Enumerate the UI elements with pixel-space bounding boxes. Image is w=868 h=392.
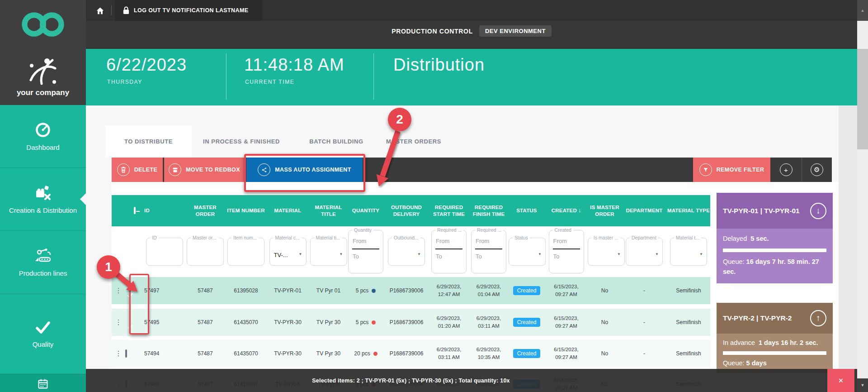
filter-to[interactable]: To — [353, 253, 359, 260]
puzzle-icon — [34, 185, 52, 201]
status-badge: Created — [513, 286, 541, 295]
sidebar-item-dashboard[interactable]: Dashboard — [0, 105, 86, 167]
dashboard-icon — [35, 122, 51, 138]
input-underline — [475, 249, 502, 249]
tab-batch-building[interactable]: BATCH BUILDING — [291, 125, 382, 158]
session-tab-label: LOG OUT TV NOTIFICATION LASTNAME — [134, 7, 249, 14]
filter-material[interactable]: Material c...TV-...▼ — [269, 238, 307, 266]
filter-to[interactable]: To — [436, 253, 442, 260]
column-header-id[interactable]: ID — [144, 207, 185, 214]
cell-material-type: Semifinish — [667, 350, 710, 357]
delete-button-label: DELETE — [134, 167, 158, 173]
tab-label: TO DISTRIBUTE — [124, 138, 173, 145]
filter-from[interactable]: From — [353, 238, 366, 244]
orders-table: ID MASTER ORDER ITEM NUMBER MATERIAL MAT… — [112, 195, 710, 392]
table-row[interactable]: ⋮ 57497 57487 61395028 TV-PYR-01 TV Pyr … — [112, 277, 710, 304]
tab-to-distribute[interactable]: TO DISTRIBUTE — [105, 125, 192, 158]
filter-label: Is master ... — [592, 235, 620, 240]
chevron-down-icon: ▼ — [340, 252, 343, 256]
filter-to[interactable]: To — [553, 253, 560, 260]
filter-material-title[interactable]: Material ti...▼ — [310, 238, 347, 266]
filter-label: Outbound... — [392, 235, 420, 240]
column-header-material-type[interactable]: MATERIAL TYPE — [667, 207, 710, 214]
filter-status[interactable]: Status▼ — [509, 238, 546, 266]
filter-to[interactable]: To — [476, 253, 482, 260]
tab-master-orders[interactable]: MASTER ORDERS — [371, 125, 457, 158]
column-header-department[interactable]: DEPARTMENT — [622, 207, 667, 214]
sidebar-item-creation-distribution[interactable]: Creation & Distribution — [0, 167, 86, 230]
tab-label: MASTER ORDERS — [386, 138, 441, 145]
queue-card-title: TV-PYR-01 | TV-PYR-01 — [723, 207, 800, 215]
filter-required-finish[interactable]: Required ...FromTo — [471, 230, 506, 273]
company-logo: your company — [0, 49, 86, 105]
filter-row: ID Master or... Item num... Material c..… — [112, 226, 710, 277]
select-all-checkbox[interactable] — [125, 207, 144, 214]
cell-material-title: TV Pyr 30 — [309, 350, 348, 357]
scroll-up-icon[interactable]: ▲ — [857, 0, 868, 21]
move-to-redbox-label: MOVE TO REDBOX — [186, 167, 240, 173]
column-header-quantity[interactable]: QUANTITY — [348, 207, 384, 214]
tab-in-process-finished[interactable]: IN PROCESS & FINISHED — [192, 125, 291, 158]
column-header-is-master-order[interactable]: IS MASTER ORDER — [588, 204, 622, 217]
add-button[interactable]: + — [770, 158, 802, 182]
filter-material-type[interactable]: Material t...▼ — [670, 238, 707, 266]
column-header-created[interactable]: CREATED↓ — [545, 207, 588, 214]
filter-outbound-delivery[interactable]: Outbound...▼ — [388, 238, 425, 266]
row-checkbox-unchecked[interactable] — [125, 349, 127, 358]
column-header-outbound-delivery[interactable]: OUTBOUND DELIVERY — [384, 204, 429, 217]
sidebar-item-quality[interactable]: Quality — [0, 294, 86, 374]
close-selection-button[interactable]: ✕ — [827, 369, 854, 392]
settings-button[interactable]: ⚙ — [802, 158, 832, 182]
queue-card-body: Delayed 5 sec. Queue: 16 days 7 hr. 58 m… — [717, 229, 833, 283]
cell-required-start: 6/29/2023,12:47 AM — [429, 283, 469, 298]
input-underline — [352, 249, 379, 249]
filter-label: Master or... — [191, 235, 218, 240]
filter-from[interactable]: From — [476, 238, 489, 244]
header-divider — [226, 53, 226, 100]
filter-from[interactable]: From — [553, 238, 567, 244]
move-to-redbox-button[interactable]: MOVE TO REDBOX — [164, 158, 245, 182]
trash-icon — [117, 163, 130, 176]
table-row[interactable]: ⋮ 57494 57487 61435070 TV-PYR-30 TV Pyr … — [112, 340, 710, 367]
column-header-master-order[interactable]: MASTER ORDER — [185, 204, 226, 217]
filter-id[interactable]: ID — [146, 238, 183, 266]
sidebar-item-calendar[interactable] — [0, 374, 86, 392]
browser-tab-strip: LOG OUT TV NOTIFICATION LASTNAME — [86, 0, 857, 21]
main-content: TO DISTRIBUTE IN PROCESS & FINISHED BATC… — [86, 105, 839, 392]
session-tab[interactable]: LOG OUT TV NOTIFICATION LASTNAME — [115, 0, 262, 21]
table-row[interactable]: ⋮ 57495 57487 61435070 TV-PYR-30 TV Pyr … — [112, 309, 710, 336]
column-header-required-start-time[interactable]: REQUIRED START TIME — [429, 204, 469, 217]
filter-created[interactable]: CreatedFromTo — [549, 230, 584, 273]
filter-item-number[interactable]: Item num... — [227, 238, 264, 266]
priority-dot-icon — [373, 352, 377, 356]
trend-down-icon[interactable]: ↓ — [810, 203, 826, 219]
remove-filter-button[interactable]: REMOVE FILTER — [693, 158, 770, 182]
scrollbar-thumb[interactable] — [857, 49, 868, 149]
filter-label: Status — [513, 235, 530, 240]
row-menu-icon[interactable]: ⋮ — [112, 287, 125, 295]
delete-button[interactable]: DELETE — [112, 158, 163, 182]
row-menu-icon[interactable]: ⋮ — [112, 318, 125, 326]
column-header-material[interactable]: MATERIAL — [266, 207, 309, 214]
column-header-required-finish-time[interactable]: REQUIRED FINISH TIME — [469, 204, 509, 217]
queue-card-title: TV-PYR-2 | TV-PYR-2 — [723, 314, 792, 322]
filter-from[interactable]: From — [436, 238, 449, 244]
row-menu-icon[interactable]: ⋮ — [112, 349, 125, 358]
filter-is-master-order[interactable]: Is master ...▼ — [588, 238, 625, 266]
filter-department[interactable]: Department▼ — [626, 238, 663, 266]
production-control-app: LOG OUT TV NOTIFICATION LASTNAME PRODUCT… — [0, 0, 868, 392]
home-icon[interactable] — [96, 7, 104, 14]
trend-up-icon[interactable]: ↑ — [810, 310, 826, 326]
vertical-scrollbar[interactable]: ▲ ▼ — [857, 0, 868, 392]
filter-master-order[interactable]: Master or... — [187, 238, 224, 266]
sidebar-item-production-lines[interactable]: Production lines — [0, 230, 86, 294]
cell-material-type: Semifinish — [667, 287, 710, 294]
scroll-down-icon[interactable]: ▼ — [857, 378, 868, 392]
created-header-label: CREATED — [552, 208, 577, 213]
filter-required-start[interactable]: Required ...FromTo — [431, 230, 467, 273]
column-header-item-number[interactable]: ITEM NUMBER — [226, 207, 266, 214]
column-header-status[interactable]: STATUS — [509, 207, 545, 214]
column-header-material-title[interactable]: MATERIAL TITLE — [309, 204, 348, 217]
queue-card-header: TV-PYR-01 | TV-PYR-01 ↓ — [717, 193, 833, 229]
filter-quantity[interactable]: QuantityFromTo — [348, 230, 383, 273]
